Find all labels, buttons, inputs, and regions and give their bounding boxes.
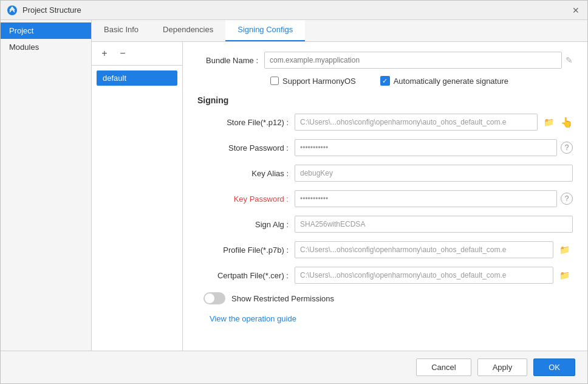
bundle-name-row: Bundle Name : ✎ [197,52,573,69]
support-harmonyos-input[interactable] [270,77,279,85]
store-password-help-icon[interactable]: ? [561,142,573,154]
bundle-name-label: Bundle Name : [197,56,264,65]
support-harmonyos-checkbox[interactable]: Support HarmonyOS [270,77,356,86]
tab-signing-configs[interactable]: Signing Configs [225,20,305,41]
right-panel: Basic Info Dependencies Signing Configs … [92,20,587,351]
sign-alg-input[interactable] [295,216,573,233]
module-list: default [92,66,182,91]
module-toolbar: + − [92,42,182,66]
footer: Cancel Apply OK [1,351,587,383]
restricted-permissions-row: Show Restricted Permissions [203,292,573,304]
module-panel: + − default [92,42,183,351]
main-content: Project Modules Basic Info Dependencies … [1,20,587,351]
sign-alg-row: Sign Alg : [197,216,573,233]
tab-basic-info[interactable]: Basic Info [92,20,151,41]
profile-file-input[interactable] [295,241,553,258]
operation-guide-link[interactable]: View the operation guide [210,314,296,323]
sidebar-item-modules[interactable]: Modules [1,39,91,55]
sidebar: Project Modules [1,20,92,351]
title-bar: Project Structure ✕ [1,1,587,20]
cancel-button[interactable]: Cancel [416,358,471,376]
sign-alg-input-wrap [295,216,573,233]
key-password-input[interactable] [295,190,557,207]
store-password-row: Store Password : ? [197,139,573,156]
sidebar-item-project[interactable]: Project [1,22,91,39]
sign-alg-label: Sign Alg : [197,220,295,229]
profile-file-row: Profile File(*.p7b) : 📁 [197,241,573,258]
profile-file-input-wrap: 📁 [295,241,573,258]
key-alias-row: Key Alias : [197,165,573,182]
store-password-input[interactable] [295,139,557,156]
key-password-help-icon[interactable]: ? [561,193,573,205]
app-logo-icon [7,5,18,16]
tab-dependencies[interactable]: Dependencies [151,20,225,41]
key-alias-input[interactable] [295,165,573,182]
store-password-input-wrap: ? [295,139,573,156]
close-button[interactable]: ✕ [570,5,581,16]
dialog-title: Project Structure [22,5,81,15]
store-file-folder-icon[interactable]: 📁 [540,114,557,131]
certpath-file-label: Certpath File(*.cer) : [197,271,295,280]
key-password-row: Key Password : ? [197,190,573,207]
fingerprint-icon[interactable]: 👆 [561,117,573,128]
store-file-input-wrap: 📁 👆 [295,114,573,131]
project-structure-dialog: Project Structure ✕ Project Modules Basi… [0,0,588,384]
ok-button[interactable]: OK [533,358,575,376]
store-file-row: Store File(*.p12) : 📁 👆 [197,114,573,131]
key-password-input-wrap: ? [295,190,573,207]
title-bar-left: Project Structure [7,5,81,16]
checkbox-row: Support HarmonyOS ✓ Automatically genera… [270,76,573,86]
signing-section-heading: Signing [197,95,573,105]
key-password-label: Key Password : [197,194,295,204]
bundle-name-input[interactable] [264,52,562,69]
operation-guide-container: View the operation guide [203,313,573,324]
module-item-default[interactable]: default [97,70,177,86]
auto-generate-checked-icon: ✓ [380,76,390,86]
restricted-permissions-toggle[interactable] [203,292,225,304]
key-alias-label: Key Alias : [197,169,295,178]
auto-generate-signature-checkbox[interactable]: ✓ Automatically generate signature [380,76,508,86]
certpath-file-folder-icon[interactable]: 📁 [556,267,573,284]
profile-file-label: Profile File(*.p7b) : [197,245,295,255]
signing-config-panel: Bundle Name : ✎ Support HarmonyOS [183,42,587,351]
profile-file-folder-icon[interactable]: 📁 [556,241,573,258]
store-file-label: Store File(*.p12) : [197,118,295,127]
certpath-file-input[interactable] [295,267,553,284]
edit-bundle-icon[interactable]: ✎ [566,55,573,65]
certpath-file-input-wrap: 📁 [295,267,573,284]
tabs-bar: Basic Info Dependencies Signing Configs [92,20,587,42]
store-password-label: Store Password : [197,143,295,153]
key-alias-input-wrap [295,165,573,182]
add-module-button[interactable]: + [98,47,111,60]
bundle-input-wrap: ✎ [264,52,573,69]
restricted-permissions-label: Show Restricted Permissions [231,294,334,303]
certpath-file-row: Certpath File(*.cer) : 📁 [197,267,573,284]
apply-button[interactable]: Apply [477,358,528,376]
remove-module-button[interactable]: − [116,47,129,60]
store-file-input[interactable] [295,114,538,131]
